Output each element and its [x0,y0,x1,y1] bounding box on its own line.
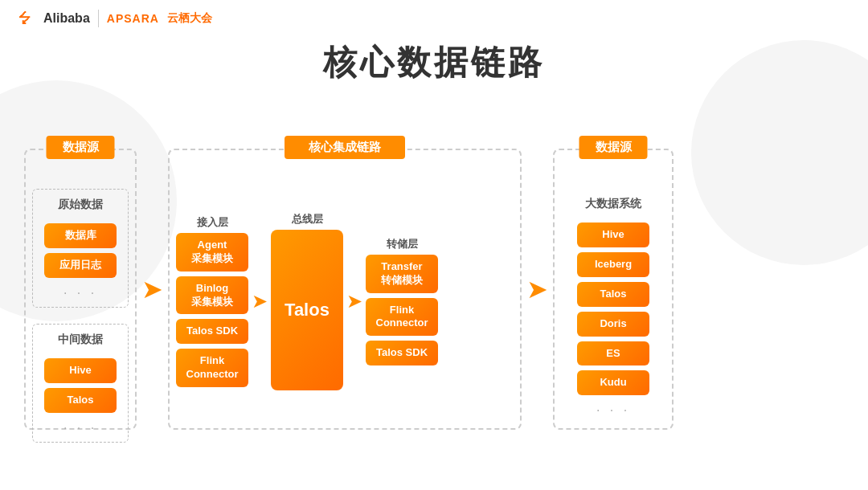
transfer-layer-items: Transfer转储模块 FlinkConnector Talos SDK [366,255,438,365]
right-talos-pill: Talos [577,282,649,307]
arrow-4: ➤ [526,276,548,302]
transfer-layer: 转储层 Transfer转储模块 FlinkConnector Talos SD… [366,237,438,365]
alibaba-logo: ⭍ Alibaba [16,10,90,27]
left-section-header: 数据源 [47,136,115,159]
transfer-pill: Transfer转储模块 [366,255,438,293]
transfer-flink-pill: FlinkConnector [366,298,438,337]
bus-layer-label: 总线层 [292,212,323,227]
database-pill: 数据库 [44,223,117,248]
left-talos-pill: Talos [44,388,117,413]
page-title: 核心数据链路 [0,40,868,85]
agent-pill: Agent采集模块 [176,233,248,272]
transfer-layer-label: 转储层 [387,237,418,251]
alibaba-icon: ⭍ [16,10,39,27]
access-talos-sdk-pill: Talos SDK [176,319,248,344]
right-kudu-pill: Kudu [577,370,649,395]
access-flink-pill: FlinkConnector [176,349,248,387]
access-layer-label: 接入层 [197,215,228,230]
mid-data-box: 中间数据 Hive Talos · · · [32,324,129,443]
left-datasource-section: 数据源 原始数据 数据库 应用日志 · · · 中间数据 Hive Talos … [24,149,137,430]
right-doris-pill: Doris [577,312,649,337]
mid-dots: · · · [63,421,97,435]
svg-text:⭍: ⭍ [16,10,32,27]
raw-data-label: 原始数据 [58,198,103,212]
right-section: 数据源 大数据系统 Hive Iceberg Talos Doris ES Ku… [553,149,674,430]
header-divider [98,10,99,27]
arrow-3: ➤ [346,290,362,312]
arrow-1: ➤ [141,276,163,302]
transfer-talos-sdk-pill: Talos SDK [366,341,438,365]
bus-layer: 总线层 Talos [271,212,343,390]
right-hive-pill: Hive [577,223,649,247]
left-hive-pill: Hive [44,358,117,383]
big-data-label: 大数据系统 [585,197,641,211]
header: ⭍ Alibaba APSARA 云栖大会 [16,10,212,27]
app-log-pill: 应用日志 [44,253,117,278]
access-layer: 接入层 Agent采集模块 Binlog采集模块 Talos SDK Flink… [176,215,248,387]
raw-dots: · · · [63,286,97,300]
apsara-text: APSARA [107,12,159,25]
core-section-header: 核心集成链路 [285,136,405,159]
core-inner: 接入层 Agent采集模块 Binlog采集模块 Talos SDK Flink… [170,174,520,428]
yunqi-text: 云栖大会 [167,11,212,26]
mid-data-label: 中间数据 [58,333,103,347]
right-dots: · · · [596,403,630,418]
core-section: 核心集成链路 接入层 Agent采集模块 Binlog采集模块 Talos SD… [168,149,522,430]
raw-data-box: 原始数据 数据库 应用日志 · · · [32,189,129,308]
right-section-header: 数据源 [579,136,648,159]
talos-big-box: Talos [271,230,343,390]
diagram-area: 数据源 原始数据 数据库 应用日志 · · · 中间数据 Hive Talos … [24,104,844,474]
right-es-pill: ES [577,341,649,366]
right-inner: 大数据系统 Hive Iceberg Talos Doris ES Kudu ·… [577,182,649,418]
binlog-pill: Binlog采集模块 [176,276,248,315]
access-layer-items: Agent采集模块 Binlog采集模块 Talos SDK FlinkConn… [176,233,248,387]
alibaba-text: Alibaba [43,11,90,26]
arrow-2: ➤ [252,290,268,312]
right-iceberg-pill: Iceberg [577,252,649,277]
